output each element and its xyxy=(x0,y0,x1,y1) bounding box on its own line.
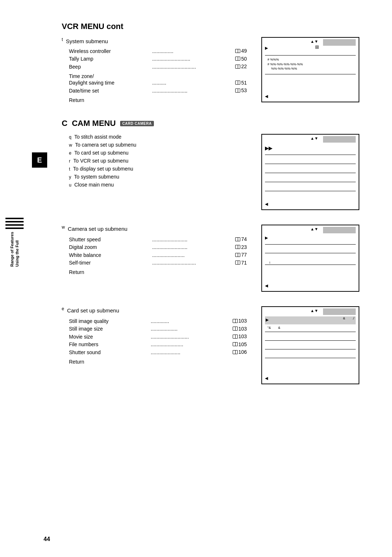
list-item: Beep ............................... 22 xyxy=(69,64,247,70)
list-item: y To system submenu xyxy=(69,174,247,180)
item-text: Digital zoom xyxy=(69,244,151,250)
diag-line-3a xyxy=(265,244,356,245)
cam-prefix: C xyxy=(62,119,68,128)
diag-gray-top xyxy=(323,39,356,46)
diag-up-arrow: ▲▼ xyxy=(310,39,318,44)
camera-submenu-label: Camera set up submenu xyxy=(68,226,127,232)
sidebar-lines-group xyxy=(5,218,24,229)
book-icon xyxy=(235,261,240,265)
sidebar-text: Using the FullRange of Features xyxy=(9,232,20,267)
item-text: Date/time set xyxy=(69,88,151,94)
item-text: Shutter sound xyxy=(69,349,150,355)
page-ref: 51 xyxy=(235,80,247,86)
vcr-submenu-letter: t xyxy=(62,37,63,42)
sidebar-e-letter: E xyxy=(32,152,47,168)
vcr-left-content: t System submenu Wireless controller ...… xyxy=(62,37,247,103)
item-text: Tally Lamp xyxy=(69,56,151,62)
diag-right-arrow-2: ▶▶ xyxy=(265,146,272,151)
page-ref: 50 xyxy=(235,56,247,62)
diag-down-arrow-4: ◀ xyxy=(265,376,268,381)
item-text: Wireless controller xyxy=(69,48,151,54)
sidebar-line xyxy=(5,224,24,226)
diag-line-2c xyxy=(265,173,356,173)
diag-sub-text: "&& xyxy=(268,326,280,329)
page-ref: 53 xyxy=(235,87,247,93)
book-icon xyxy=(233,327,238,331)
cam-left-content: q To stitch assist mode w To camera set … xyxy=(62,134,247,191)
diag-right-text: &./ xyxy=(343,316,354,320)
item-letter: r xyxy=(69,159,70,164)
page-ref: 106 xyxy=(233,349,247,355)
list-item: w To camera set up submenu xyxy=(69,142,247,148)
page-ref: 105 xyxy=(233,341,247,347)
vcr-menu-list: Wireless controller ............... 49 T… xyxy=(62,48,247,70)
page-ref: 103 xyxy=(233,326,247,332)
list-item: Digital zoom ......................... 2… xyxy=(69,244,247,250)
card-menu-list: Still image quality ............. 103 St… xyxy=(62,318,247,355)
list-item: Date/time set ......................... … xyxy=(69,87,247,94)
diag-line-3b xyxy=(265,253,356,253)
book-icon xyxy=(235,65,240,69)
book-icon xyxy=(235,89,240,93)
diag-gray-top-2 xyxy=(323,136,356,143)
cam-items-list: q To stitch assist mode w To camera set … xyxy=(62,134,247,188)
item-letter: t xyxy=(69,167,70,172)
item-text: Self-timer xyxy=(69,260,151,266)
vcr-content-row: t System submenu Wireless controller ...… xyxy=(62,37,363,104)
item-text: To card set up submenu xyxy=(74,150,128,156)
list-item: Shutter sound ..................... 106 xyxy=(69,349,247,355)
camera-return: Return xyxy=(62,269,247,275)
list-item: Movie size ........................... 1… xyxy=(69,333,247,340)
list-item: Daylight saving time .......... 51 xyxy=(69,80,247,86)
diag-line-2 xyxy=(265,74,356,74)
book-icon xyxy=(235,245,240,249)
vcr-diagram: ▲▼ ▶ ⊞ # %%% # %%·%%·%%·%%·%% xyxy=(261,37,363,104)
page-ref: 103 xyxy=(233,318,247,324)
vcr-title: VCR MENU cont xyxy=(62,22,363,31)
sidebar-line xyxy=(5,228,24,229)
list-item: t To display set up submenu xyxy=(69,166,247,172)
card-camera-badge: CARD CAMERA xyxy=(120,121,154,126)
diag-down-arrow-1: ◀ xyxy=(265,94,268,99)
list-item: Tally Lamp ........................... 5… xyxy=(69,56,247,62)
book-icon xyxy=(235,49,240,53)
page-ref: 74 xyxy=(235,236,247,242)
diag-line-4a xyxy=(265,332,356,332)
page-ref: 103 xyxy=(233,333,247,339)
cam-menu-section: C CAM MENU CARD CAMERA q To stitch assis… xyxy=(62,119,363,212)
card-submenu-label: Card set up submenu xyxy=(67,307,119,314)
item-text: To VCR set up submenu xyxy=(73,158,128,164)
diag-up-arrow-2: ▲▼ xyxy=(310,136,318,140)
list-item: Shutter speed ......................... … xyxy=(69,236,247,242)
list-item: Self-timer .............................… xyxy=(69,260,247,266)
diagram-box-4: ▲▼ ▶ &./ "&& xyxy=(261,306,359,384)
item-text: To stitch assist mode xyxy=(74,134,122,140)
item-text: Still image quality xyxy=(69,318,150,324)
book-icon xyxy=(235,237,240,241)
page-ref: 49 xyxy=(235,48,247,54)
diag-down-arrow-3: ◀ xyxy=(265,283,268,288)
diag-down-arrow-2: ◀ xyxy=(265,202,268,206)
card-submenu-title: e Card set up submenu xyxy=(62,306,247,314)
item-text: Shutter speed xyxy=(69,237,151,242)
diag-wireless-icon: ⊞ xyxy=(315,44,319,50)
book-icon xyxy=(233,342,238,346)
page: Using the FullRange of Features E VCR ME… xyxy=(0,0,392,557)
item-text: Movie size xyxy=(69,334,150,340)
list-item: File numbers ....................... 105 xyxy=(69,341,247,348)
item-letter: q xyxy=(69,135,72,140)
list-item: Still image quality ............. 103 xyxy=(69,318,247,324)
list-item: q To stitch assist mode xyxy=(69,134,247,140)
book-icon xyxy=(233,335,238,339)
vcr-return: Return xyxy=(62,97,247,103)
book-icon xyxy=(235,81,240,85)
item-text: To camera set up submenu xyxy=(75,142,136,148)
diag-up-arrow-4: ▲▼ xyxy=(310,308,318,313)
card-submenu-left: e Card set up submenu Still image qualit… xyxy=(62,306,247,365)
card-submenu-section: e Card set up submenu Still image qualit… xyxy=(62,306,363,386)
camera-submenu-section: w Camera set up submenu Shutter speed ..… xyxy=(62,225,363,294)
diagram-box-1: ▲▼ ▶ ⊞ # %%% # %%·%%·%%·%%·%% xyxy=(261,37,359,102)
list-item: e To card set up submenu xyxy=(69,150,247,156)
diag-line-4b xyxy=(265,340,356,341)
e-box-container: E xyxy=(32,152,47,175)
